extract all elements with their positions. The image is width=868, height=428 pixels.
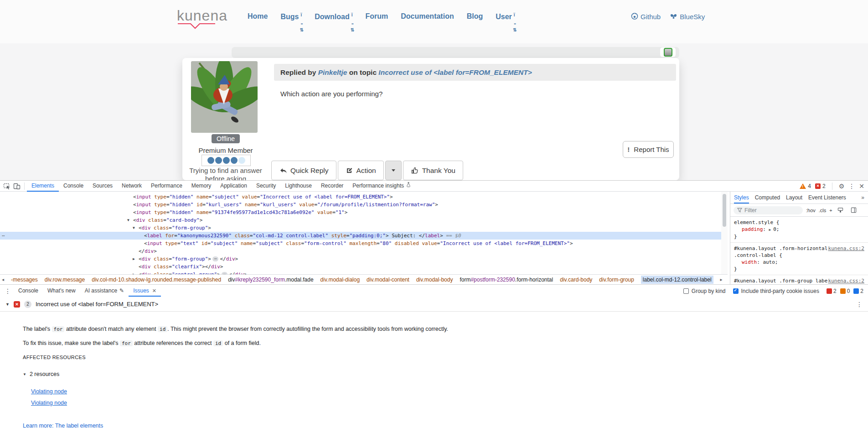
nav-item-documentation[interactable]: Documentation bbox=[401, 12, 454, 21]
site-logo[interactable]: kunena bbox=[177, 7, 227, 30]
tab-sources[interactable]: Sources bbox=[88, 181, 117, 192]
new-style-rule-button[interactable]: + bbox=[829, 208, 832, 213]
rule-selector[interactable]: #kunena.layout .form-group label { bbox=[734, 278, 827, 284]
issue-header-row[interactable]: ▼ ✕ 2 Incorrect use of <label for=FORM_E… bbox=[0, 297, 868, 312]
rule-selector[interactable]: #kunena.layout .form-horizontal .control… bbox=[734, 245, 827, 258]
shorthand-expand-icon[interactable]: ▶ bbox=[769, 228, 774, 232]
dom-node[interactable]: ▶<div class="control-group">⋯</div> bbox=[0, 271, 721, 274]
expand-arrow-icon[interactable]: ▶ bbox=[133, 255, 135, 263]
issue-kebab-icon[interactable]: ⋮ bbox=[856, 301, 863, 308]
drawer-tab-console[interactable]: Console bbox=[14, 286, 43, 297]
group-by-kind-checkbox[interactable]: Group by kind bbox=[683, 288, 726, 294]
dom-node[interactable]: </div> bbox=[0, 247, 721, 255]
action-dropdown-button[interactable] bbox=[385, 161, 402, 180]
css-property[interactable]: padding: ▶ 0; bbox=[734, 226, 864, 233]
dom-node[interactable]: ▼<div class="form-group"> bbox=[0, 224, 721, 232]
sidebar-tab-event-listeners[interactable]: Event Listeners bbox=[808, 192, 846, 204]
author-link[interactable]: Pinkeltje bbox=[318, 68, 347, 76]
emoji-button[interactable] bbox=[660, 47, 676, 57]
drawer-tab-ai-assistance[interactable]: AI assistance✎ bbox=[80, 286, 129, 297]
tab-recorder[interactable]: Recorder bbox=[316, 181, 348, 192]
kebab-menu-icon[interactable]: ⋮ bbox=[848, 183, 855, 190]
breadcrumb[interactable]: div.card-body bbox=[560, 277, 592, 283]
sidebar-tab-layout[interactable]: Layout bbox=[786, 192, 802, 204]
drawer-tab-issues[interactable]: Issues✕ bbox=[129, 286, 161, 297]
scrollbar-thumb[interactable] bbox=[723, 194, 726, 227]
breadcrumb[interactable]: -messages bbox=[11, 277, 38, 283]
nav-item-blog[interactable]: Blog bbox=[467, 12, 483, 21]
close-devtools-icon[interactable]: ✕ bbox=[859, 183, 864, 190]
rendering-emulation-icon[interactable] bbox=[836, 206, 846, 215]
close-tab-icon[interactable]: ✕ bbox=[152, 285, 156, 297]
drawer-tab-what-s-new[interactable]: What's new bbox=[43, 286, 80, 297]
inline-expand-button[interactable]: ⋯ bbox=[212, 256, 218, 261]
crumbs-scroll-right-icon[interactable]: ▸ bbox=[720, 277, 723, 282]
action-button[interactable]: Action bbox=[338, 161, 384, 180]
collapse-arrow-icon[interactable]: ▼ bbox=[127, 216, 129, 224]
settings-gear-icon[interactable]: ⚙ bbox=[839, 183, 845, 190]
tab-elements[interactable]: Elements bbox=[27, 181, 59, 192]
stylesheet-link[interactable]: kunena.css:2 bbox=[828, 277, 864, 284]
breadcrumb[interactable]: div.modal-body bbox=[416, 277, 453, 283]
breadcrumb-selected[interactable]: label.col-md-12.control-label bbox=[641, 276, 713, 284]
tab-performance-insights[interactable]: Performance insights bbox=[348, 181, 416, 192]
violating-node-link[interactable]: Violating node bbox=[31, 388, 868, 395]
dom-node[interactable]: ▼<div class="card-body"> bbox=[0, 216, 721, 224]
tab-console[interactable]: Console bbox=[59, 181, 88, 192]
thank-you-button[interactable]: Thank You bbox=[403, 161, 463, 180]
tab-performance[interactable]: Performance bbox=[146, 181, 187, 192]
dom-node-selected[interactable]: ⋯<label for="kanonymous232590" class="co… bbox=[0, 232, 721, 240]
report-this-button[interactable]: ! Report This bbox=[623, 141, 674, 158]
third-party-checkbox[interactable]: Include third-party cookie issues bbox=[733, 288, 819, 294]
styles-filter-input[interactable]: Filter bbox=[734, 206, 803, 214]
user-avatar[interactable] bbox=[191, 61, 258, 133]
tab-memory[interactable]: Memory bbox=[187, 181, 216, 192]
tab-security[interactable]: Security bbox=[252, 181, 280, 192]
quick-reply-button[interactable]: Quick Reply bbox=[271, 161, 336, 180]
dom-node[interactable]: <input type="hidden" id="kurl_users" nam… bbox=[0, 201, 721, 209]
classes-toggle[interactable]: .cls bbox=[819, 208, 827, 213]
nav-item-home[interactable]: Home bbox=[248, 12, 268, 21]
nav-item-bugs[interactable]: Bugsï” ⇅ bbox=[280, 12, 302, 21]
more-tabs-icon[interactable]: » bbox=[861, 194, 864, 201]
error-count[interactable]: ✕ 2 bbox=[815, 183, 826, 189]
tab-application[interactable]: Application bbox=[216, 181, 252, 192]
resources-toggle[interactable]: ▼2 resources bbox=[23, 371, 868, 377]
site-link-github[interactable]: Github bbox=[631, 12, 661, 21]
stylesheet-link[interactable]: kunena.css:2 bbox=[828, 245, 864, 252]
dom-node[interactable]: <div class="clearfix"></div> bbox=[0, 263, 721, 271]
breadcrumb[interactable]: div.modal-content bbox=[367, 277, 409, 283]
crumbs-scroll-left-icon[interactable]: ◂ bbox=[2, 277, 4, 282]
css-property[interactable]: width: auto; bbox=[734, 259, 864, 266]
collapse-arrow-icon[interactable]: ▼ bbox=[133, 224, 135, 232]
learn-more-link[interactable]: Learn more: The label elements bbox=[23, 423, 103, 428]
site-link-bluesky[interactable]: BlueSky bbox=[670, 12, 705, 21]
sidebar-tab-styles[interactable]: Styles bbox=[734, 192, 749, 204]
violating-node-link[interactable]: Violating node bbox=[31, 400, 868, 406]
dom-node[interactable]: <input type="text" id="subject" name="su… bbox=[0, 240, 721, 247]
dom-node[interactable]: <input type="hidden" name="subject" valu… bbox=[0, 193, 721, 201]
breadcrumb[interactable]: div.form-group bbox=[599, 277, 634, 283]
breadcrumb[interactable]: div.col-md-10.shadow-lg.rounded.message-… bbox=[92, 277, 221, 283]
sidebar-tab-computed[interactable]: Computed bbox=[755, 192, 780, 204]
inspect-element-icon[interactable] bbox=[2, 182, 12, 191]
breadcrumb[interactable]: form#postform-232590.form-horizontal bbox=[460, 277, 553, 283]
tab-network[interactable]: Network bbox=[117, 181, 146, 192]
rule-selector[interactable]: element.style { bbox=[734, 219, 779, 225]
sidebar-layout-icon[interactable] bbox=[849, 206, 859, 215]
hover-state-toggle[interactable]: :hov bbox=[806, 208, 816, 213]
nav-item-forum[interactable]: Forum bbox=[365, 12, 388, 21]
dom-tree-scrollbar[interactable] bbox=[721, 192, 728, 274]
expand-arrow-icon[interactable]: ▼ bbox=[5, 302, 10, 307]
tab-lighthouse[interactable]: Lighthouse bbox=[280, 181, 316, 192]
warning-count[interactable]: 4 bbox=[800, 183, 811, 189]
expand-arrow-icon[interactable]: ▶ bbox=[133, 271, 135, 274]
breadcrumb[interactable]: div#kreply232590_form.modal.fade bbox=[228, 277, 313, 283]
dom-node[interactable]: <input type="hidden" name="91374fe95977a… bbox=[0, 209, 721, 216]
breadcrumb[interactable]: div.modal-dialog bbox=[320, 277, 360, 283]
nav-item-download[interactable]: Downloadï” ⇅ bbox=[315, 12, 352, 21]
nav-item-user[interactable]: Userï” ⇅ bbox=[496, 12, 515, 21]
topic-link[interactable]: Incorrect use of <label for=FROM_ELEMENT… bbox=[378, 68, 532, 76]
dom-node[interactable]: ▶<div class="form-group">⋯</div> bbox=[0, 255, 721, 263]
device-toolbar-icon[interactable] bbox=[12, 182, 22, 191]
